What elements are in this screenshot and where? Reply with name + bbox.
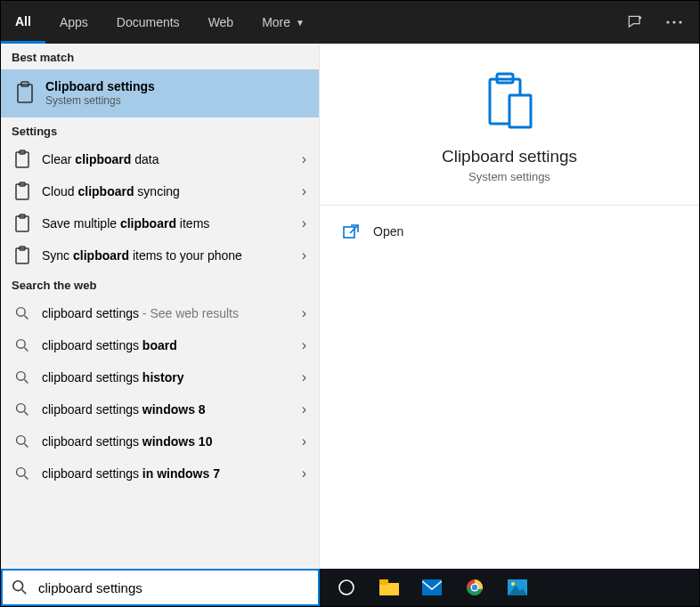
- svg-rect-33: [379, 583, 399, 595]
- tab-more[interactable]: More ▼: [248, 1, 319, 44]
- svg-point-20: [17, 403, 26, 412]
- settings-result[interactable]: Cloud clipboard syncing›: [1, 175, 319, 207]
- web-result[interactable]: clipboard settings windows 8›: [1, 393, 319, 425]
- clipboard-icon: [12, 182, 33, 201]
- taskbar: [320, 569, 699, 606]
- clipboard-icon: [12, 150, 33, 169]
- result-label: clipboard settings in windows 7: [42, 466, 220, 481]
- file-explorer-icon[interactable]: [370, 569, 409, 606]
- chevron-right-icon: ›: [297, 465, 312, 482]
- clipboard-icon: [12, 214, 33, 233]
- search-input[interactable]: [37, 579, 309, 596]
- search-filter-bar: All Apps Documents Web More ▼: [1, 1, 699, 44]
- svg-line-17: [24, 347, 28, 351]
- chevron-right-icon: ›: [297, 305, 312, 321]
- chevron-right-icon: ›: [297, 369, 312, 385]
- tab-apps[interactable]: Apps: [45, 1, 102, 44]
- svg-point-43: [511, 582, 515, 586]
- svg-line-23: [24, 443, 28, 447]
- result-label: clipboard settings - See web results: [42, 306, 239, 320]
- web-result[interactable]: clipboard settings windows 10›: [1, 425, 319, 457]
- svg-rect-29: [344, 227, 354, 238]
- svg-point-14: [17, 307, 26, 316]
- svg-line-15: [24, 315, 28, 319]
- search-icon: [12, 338, 33, 352]
- tab-more-label: More: [262, 15, 290, 29]
- settings-result[interactable]: Sync clipboard items to your phone›: [1, 239, 319, 271]
- chevron-right-icon: ›: [297, 247, 312, 263]
- chevron-right-icon: ›: [297, 401, 312, 417]
- chevron-right-icon: ›: [297, 337, 312, 353]
- search-icon: [12, 434, 33, 449]
- feedback-icon[interactable]: [615, 1, 655, 44]
- clipboard-large-icon: [481, 70, 538, 134]
- settings-result[interactable]: Save multiple clipboard items›: [1, 207, 319, 239]
- chrome-icon[interactable]: [455, 569, 494, 606]
- result-label: Sync clipboard items to your phone: [42, 248, 242, 263]
- more-options-icon[interactable]: [655, 1, 694, 44]
- preview-panel: Clipboard settings System settings Open: [320, 44, 699, 569]
- chevron-right-icon: ›: [297, 183, 312, 199]
- best-match-title: Clipboard settings: [45, 78, 312, 94]
- settings-result[interactable]: Clear clipboard data›: [1, 143, 319, 175]
- result-label: Clear clipboard data: [42, 152, 159, 166]
- svg-point-24: [17, 467, 26, 476]
- svg-point-3: [679, 20, 681, 23]
- svg-point-2: [672, 20, 675, 23]
- search-box[interactable]: [1, 569, 320, 606]
- chevron-down-icon: ▼: [296, 18, 305, 28]
- svg-point-40: [472, 585, 477, 590]
- search-icon: [12, 402, 33, 417]
- mail-icon[interactable]: [412, 569, 452, 606]
- search-icon: [12, 579, 28, 595]
- svg-point-22: [17, 435, 26, 444]
- results-panel: Best match Clipboard settings System set…: [1, 44, 320, 569]
- best-match-subtitle: System settings: [45, 94, 312, 109]
- svg-rect-4: [18, 85, 32, 102]
- svg-line-31: [22, 590, 27, 595]
- svg-rect-35: [422, 579, 442, 595]
- result-label: clipboard settings board: [42, 338, 177, 352]
- svg-line-25: [24, 475, 28, 479]
- result-label: Cloud clipboard syncing: [42, 184, 180, 198]
- photos-icon[interactable]: [498, 569, 537, 606]
- preview-subtitle: System settings: [468, 170, 550, 183]
- svg-point-30: [13, 581, 23, 591]
- svg-point-16: [17, 339, 26, 348]
- web-result[interactable]: clipboard settings history›: [1, 361, 319, 393]
- web-result[interactable]: clipboard settings in windows 7›: [1, 457, 319, 490]
- tab-documents[interactable]: Documents: [102, 1, 194, 44]
- result-label: Save multiple clipboard items: [42, 216, 209, 231]
- clipboard-icon: [12, 81, 38, 106]
- chevron-right-icon: ›: [297, 151, 312, 167]
- tab-web[interactable]: Web: [194, 1, 248, 44]
- search-icon: [12, 306, 33, 320]
- open-icon: [341, 223, 361, 239]
- tab-all[interactable]: All: [1, 1, 45, 44]
- best-match-result[interactable]: Clipboard settings System settings: [1, 69, 319, 117]
- section-settings: Settings: [1, 117, 319, 143]
- svg-rect-28: [509, 95, 531, 127]
- search-icon: [12, 370, 33, 384]
- open-action[interactable]: Open: [327, 216, 692, 247]
- section-best-match: Best match: [1, 44, 319, 69]
- result-label: clipboard settings windows 8: [42, 402, 206, 417]
- chevron-right-icon: ›: [297, 215, 312, 231]
- open-label: Open: [373, 224, 403, 239]
- search-icon: [12, 466, 33, 481]
- web-result[interactable]: clipboard settings - See web results›: [1, 297, 319, 329]
- svg-point-0: [639, 17, 641, 19]
- section-search-web: Search the web: [1, 271, 319, 297]
- svg-point-32: [339, 580, 354, 595]
- chevron-right-icon: ›: [297, 433, 312, 449]
- result-label: clipboard settings history: [42, 370, 184, 384]
- svg-point-18: [17, 371, 26, 380]
- svg-point-1: [666, 20, 669, 23]
- web-result[interactable]: clipboard settings board›: [1, 329, 319, 361]
- cortana-icon[interactable]: [327, 569, 366, 606]
- preview-title: Clipboard settings: [442, 147, 577, 166]
- svg-line-21: [24, 411, 28, 415]
- result-label: clipboard settings windows 10: [42, 434, 212, 449]
- svg-rect-34: [379, 579, 388, 585]
- clipboard-icon: [12, 246, 33, 265]
